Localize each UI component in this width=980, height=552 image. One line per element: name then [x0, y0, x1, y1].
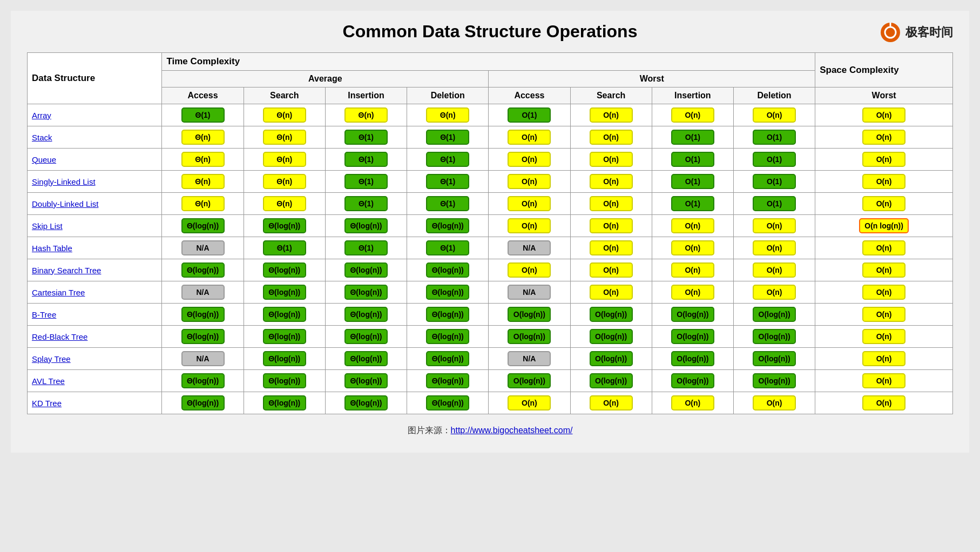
- ds-link[interactable]: Binary Search Tree: [32, 266, 101, 275]
- complexity-badge: O(n): [753, 107, 796, 123]
- complexity-badge: Θ(n): [263, 196, 306, 211]
- table-cell: O(n): [489, 126, 570, 149]
- table-cell: O(n): [815, 326, 953, 348]
- footer-link[interactable]: http://www.bigocheatsheet.com/: [451, 426, 573, 435]
- complexity-badge: Θ(1): [181, 107, 225, 123]
- table-cell: O(n): [489, 171, 570, 193]
- table-row: KD TreeΘ(log(n))Θ(log(n))Θ(log(n))Θ(log(…: [28, 392, 953, 414]
- data-structure-table: Data Structure Time Complexity Space Com…: [27, 52, 953, 414]
- table-cell: O(n): [489, 193, 570, 215]
- ds-link[interactable]: Hash Table: [32, 244, 72, 253]
- table-cell: Θ(log(n)): [325, 326, 407, 348]
- table-cell: Θ(log(n)): [244, 348, 325, 370]
- footer-prefix: 图片来源：: [408, 426, 451, 435]
- col-header-ds: Data Structure: [28, 53, 162, 104]
- ds-link[interactable]: Stack: [32, 133, 52, 142]
- table-cell: O(n): [815, 149, 953, 171]
- table-row: B-TreeΘ(log(n))Θ(log(n))Θ(log(n))Θ(log(n…: [28, 304, 953, 326]
- table-cell: O(log(n)): [489, 326, 570, 348]
- complexity-badge: Θ(log(n)): [181, 373, 225, 388]
- complexity-badge: O(n): [671, 262, 714, 278]
- complexity-badge: O(n): [753, 218, 796, 233]
- table-cell: O(log(n)): [652, 304, 733, 326]
- complexity-badge: O(n): [508, 196, 551, 211]
- table-cell: Θ(1): [162, 104, 244, 126]
- ds-link[interactable]: Red-Black Tree: [32, 332, 87, 341]
- table-cell: Θ(1): [244, 237, 325, 259]
- ds-link[interactable]: Queue: [32, 155, 56, 164]
- logo-area: 极客时间: [880, 22, 953, 43]
- complexity-badge: Θ(log(n)): [263, 285, 306, 300]
- complexity-badge: O(log(n)): [508, 373, 551, 388]
- complexity-badge: O(n): [753, 240, 796, 255]
- table-cell: O(n): [570, 193, 652, 215]
- table-cell: Θ(1): [407, 126, 489, 149]
- table-cell: N/A: [162, 237, 244, 259]
- table-cell: Θ(log(n)): [244, 281, 325, 304]
- table-row: Skip ListΘ(log(n))Θ(log(n))Θ(log(n))Θ(lo…: [28, 215, 953, 237]
- table-cell: O(n): [815, 126, 953, 149]
- complexity-badge: O(1): [671, 196, 714, 211]
- ds-link[interactable]: Skip List: [32, 221, 63, 231]
- complexity-badge: Θ(1): [344, 152, 388, 167]
- complexity-badge: Θ(1): [344, 196, 388, 211]
- complexity-badge: O(n): [862, 107, 905, 123]
- table-cell: O(n): [652, 237, 733, 259]
- ds-link[interactable]: Array: [32, 111, 51, 120]
- ds-link[interactable]: Singly-Linked List: [32, 177, 96, 186]
- complexity-badge: O(1): [753, 196, 796, 211]
- complexity-badge: Θ(log(n)): [344, 218, 388, 233]
- table-cell: Θ(log(n)): [244, 392, 325, 414]
- ds-link[interactable]: B-Tree: [32, 310, 56, 319]
- complexity-badge: Θ(log(n)): [344, 351, 388, 366]
- page-title: Common Data Structure Operations: [27, 22, 953, 42]
- table-cell: O(n): [489, 259, 570, 281]
- complexity-badge: O(n): [862, 307, 905, 322]
- table-cell: Θ(n): [407, 104, 489, 126]
- table-cell: O(n): [815, 304, 953, 326]
- table-cell: O(n): [815, 104, 953, 126]
- complexity-badge: O(n): [508, 174, 551, 189]
- table-cell: O(log(n)): [733, 370, 815, 392]
- logo-text: 极客时间: [905, 24, 953, 41]
- ds-link[interactable]: KD Tree: [32, 399, 62, 408]
- table-cell: O(1): [652, 126, 733, 149]
- ds-link[interactable]: Doubly-Linked List: [32, 199, 98, 208]
- complexity-badge: O(n): [590, 152, 633, 167]
- table-cell: N/A: [162, 281, 244, 304]
- ds-link[interactable]: AVL Tree: [32, 376, 65, 386]
- complexity-badge: Θ(1): [426, 174, 469, 189]
- table-cell: O(n): [815, 193, 953, 215]
- table-cell: O(log(n)): [570, 370, 652, 392]
- table-cell: Θ(n): [162, 171, 244, 193]
- table-cell: O(n): [652, 104, 733, 126]
- col-header-worst-access: Access: [489, 87, 570, 104]
- complexity-badge: O(log(n)): [671, 351, 714, 366]
- ds-link[interactable]: Cartesian Tree: [32, 288, 85, 297]
- complexity-badge: O(n): [590, 240, 633, 255]
- complexity-badge: O(n): [590, 395, 633, 410]
- table-row: Red-Black TreeΘ(log(n))Θ(log(n))Θ(log(n)…: [28, 326, 953, 348]
- table-cell: O(n): [570, 281, 652, 304]
- table-cell: O(n): [652, 281, 733, 304]
- col-header-space: Space Complexity: [815, 53, 953, 87]
- complexity-badge: O(1): [508, 107, 551, 123]
- table-cell: O(n): [489, 392, 570, 414]
- complexity-badge: O(1): [753, 174, 796, 189]
- complexity-badge: O(n): [671, 395, 714, 410]
- table-cell: O(n): [815, 281, 953, 304]
- col-header-avg-search: Search: [244, 87, 325, 104]
- complexity-badge: O(n): [862, 395, 905, 410]
- complexity-badge: Θ(log(n)): [344, 329, 388, 344]
- complexity-badge: O(1): [671, 174, 714, 189]
- table-cell: O(n): [815, 237, 953, 259]
- complexity-badge: Θ(log(n)): [181, 395, 225, 410]
- col-header-time: Time Complexity: [162, 53, 815, 71]
- table-cell: Θ(log(n)): [244, 304, 325, 326]
- complexity-badge: O(log(n)): [671, 329, 714, 344]
- table-row: ArrayΘ(1)Θ(n)Θ(n)Θ(n)O(1)O(n)O(n)O(n)O(n…: [28, 104, 953, 126]
- complexity-badge: O(1): [671, 130, 714, 145]
- complexity-badge: O(1): [753, 152, 796, 167]
- ds-link[interactable]: Splay Tree: [32, 354, 71, 363]
- complexity-badge: O(n): [508, 218, 551, 233]
